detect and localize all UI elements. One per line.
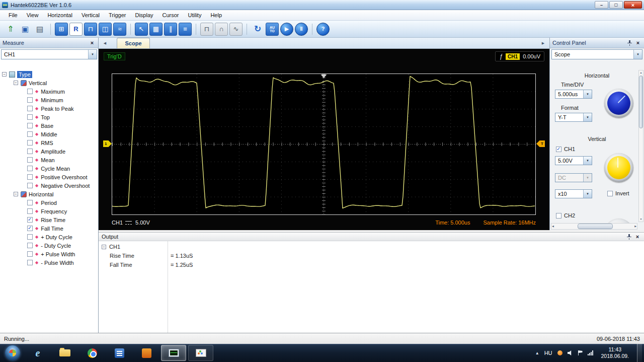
network-icon[interactable] [588,350,593,355]
cursor-grid-button[interactable]: ▦ [149,23,163,36]
ch1-volts-select[interactable]: 5.00V [555,156,592,165]
menu-trigger[interactable]: Trigger [104,10,130,21]
output-close-icon[interactable] [634,234,641,240]
measure-item-base[interactable]: ◆Base [0,121,98,130]
menu-vertical[interactable]: Vertical [77,10,104,21]
menu-cursor[interactable]: Cursor [158,10,184,21]
taskbar-item-app-blue[interactable] [107,345,132,361]
ch1-coupling-select[interactable]: DC [555,173,592,182]
checkbox[interactable] [27,226,33,231]
expander-icon[interactable] [2,72,7,77]
scrollbar-thumb[interactable] [639,76,643,128]
autoset-button[interactable]: AU TO [266,23,279,36]
ch2-enable-checkbox[interactable]: CH2 [556,212,575,219]
checkbox[interactable] [607,191,613,196]
reference-button[interactable]: R [69,23,83,36]
checkbox[interactable] [27,149,33,154]
language-indicator[interactable]: HU [544,350,552,356]
checkbox[interactable] [556,147,561,152]
tab-scroll-right-icon[interactable] [539,39,547,47]
taskbar-item-chrome[interactable] [79,345,105,361]
expander-icon[interactable] [14,81,18,85]
checkbox[interactable] [27,234,33,240]
checkbox[interactable] [27,243,33,248]
measure-item-maximum[interactable]: ◆Maximum [0,87,98,96]
control-horizontal-scrollbar[interactable] [551,223,637,230]
ch1-volts-knob[interactable] [604,153,633,182]
menu-utility[interactable]: Utility [184,10,206,21]
measure-group-vertical[interactable]: Vertical [0,79,98,87]
format-select[interactable]: Y-T [555,113,592,122]
action-center-icon[interactable] [578,350,583,355]
expander-icon[interactable] [102,245,106,249]
control-vertical-scrollbar[interactable] [638,70,643,222]
checkbox[interactable] [27,251,33,257]
checkbox[interactable] [27,166,33,171]
measure-item-period[interactable]: ◆Period [0,198,98,207]
save-button[interactable]: ▣ [19,23,32,36]
pause-button[interactable]: ‖ [295,23,308,36]
measure-item-rise-time[interactable]: ◆Rise Time [0,215,98,224]
ch1-probe-select[interactable]: x10 [555,189,592,198]
tab-scroll-left-icon[interactable] [101,39,109,47]
checkbox[interactable] [27,208,33,214]
ch1-invert-checkbox[interactable]: Invert [607,190,629,196]
checkbox[interactable] [27,183,33,188]
minimize-button[interactable] [595,1,608,9]
checkbox[interactable] [27,131,33,137]
checkbox[interactable] [27,123,33,128]
measure-item-amplitude[interactable]: ◆Amplitude [0,147,98,156]
checkbox[interactable] [27,114,33,120]
measure-tree-root[interactable]: Type [0,70,98,79]
display-wave-button[interactable]: ≈ [113,23,126,36]
refresh-button[interactable]: ↻ [251,23,264,36]
cursor-horizontal-button[interactable]: ≡ [179,23,192,36]
show-desktop-button[interactable] [637,344,642,362]
taskbar-clock[interactable]: 11:43 2018.06.09. [601,346,629,359]
measure-item-minus-duty-cycle[interactable]: ◆- Duty Cycle [0,241,98,250]
measure-item-rms[interactable]: ◆RMS [0,138,98,147]
menu-help[interactable]: Help [206,10,226,21]
checkbox[interactable] [556,213,561,219]
maximize-button[interactable] [609,1,623,9]
taskbar-item-explorer[interactable] [52,345,77,361]
checkbox[interactable] [27,217,33,223]
start-button[interactable]: ▶ [280,23,293,36]
measure-item-negative-overshoot[interactable]: ◆Negative Overshoot [0,181,98,190]
pin-icon[interactable] [625,234,632,240]
start-button[interactable] [5,345,20,360]
graticule[interactable] [112,74,536,215]
measure-item-plus-pulse-width[interactable]: ◆+ Pulse Width [0,250,98,258]
help-button[interactable]: ? [316,23,330,36]
cursor-pointer-button[interactable]: ↖ [135,23,148,36]
taskbar-item-ie[interactable]: e [25,345,50,361]
pin-icon[interactable] [626,40,633,46]
hidden-icons-arrow[interactable]: ▲ [535,351,539,355]
checkbox[interactable] [27,106,33,111]
update-tray-icon[interactable] [557,350,562,355]
measure-channel-select[interactable]: CH1 [1,49,97,59]
measure-item-positive-overshoot[interactable]: ◆Positive Overshoot [0,173,98,181]
control-close-icon[interactable] [634,40,641,46]
interp-linear-button[interactable]: ∩ [215,23,228,36]
measure-group-horizontal[interactable]: Horizontal [0,190,98,198]
checkbox[interactable] [27,89,33,94]
measure-item-frequency[interactable]: ◆Frequency [0,207,98,215]
menu-display[interactable]: Display [130,10,157,21]
taskbar-item-app-orange[interactable] [134,345,159,361]
taskbar-item-app-running[interactable] [188,345,213,361]
timebase-knob[interactable] [604,89,633,118]
measure-item-mean[interactable]: ◆Mean [0,156,98,164]
open-button[interactable]: ⇑ [4,23,17,36]
scrollbar-thumb[interactable] [578,224,613,229]
output-group-ch1[interactable]: CH1 [99,242,644,251]
measure-item-top[interactable]: ◆Top [0,113,98,121]
checkbox[interactable] [27,157,33,163]
measure-item-middle[interactable]: ◆Middle [0,130,98,138]
menu-file[interactable]: File [4,10,22,21]
measure-item-fall-time[interactable]: ◆Fall Time [0,224,98,233]
measure-item-plus-duty-cycle[interactable]: ◆+ Duty Cycle [0,233,98,241]
display-split-button[interactable]: ◫ [99,23,112,36]
interp-sine-button[interactable]: ∿ [229,23,243,36]
interp-step-button[interactable]: ⊓ [200,23,213,36]
